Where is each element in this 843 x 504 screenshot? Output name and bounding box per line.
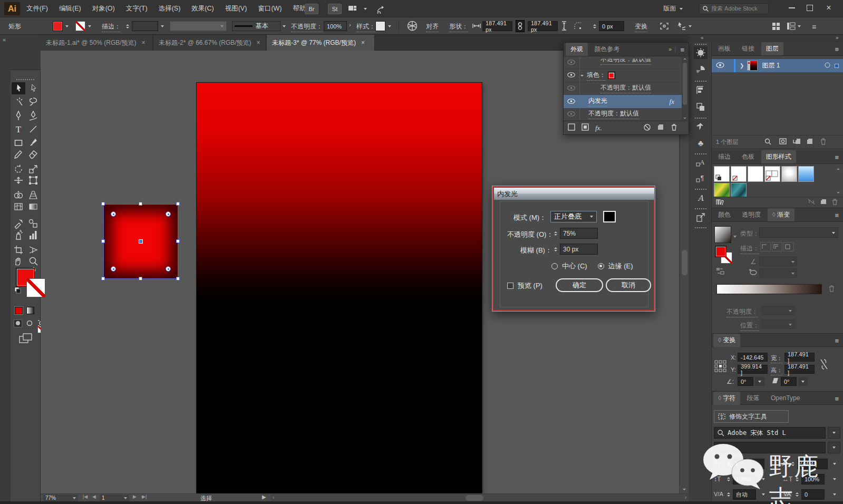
last-page-icon[interactable]: ▶|	[142, 494, 147, 499]
dialog-opacity-input[interactable]: 75%	[560, 228, 598, 239]
panel-icon-export[interactable]	[694, 211, 708, 224]
selection-handle[interactable]	[101, 239, 105, 243]
shear-angle-input[interactable]: 0°	[781, 377, 797, 386]
mode-dropdown[interactable]: 正片叠底	[550, 211, 597, 222]
fill-chevron[interactable]	[65, 25, 69, 27]
tab-layers[interactable]: 图层	[761, 42, 783, 55]
stroke-weight-input[interactable]	[132, 21, 158, 31]
tool-rectangle[interactable]	[12, 137, 25, 149]
blur-input[interactable]: 30 px	[560, 244, 598, 255]
tab-links[interactable]: 链接	[737, 42, 759, 55]
selection-handle[interactable]	[176, 277, 180, 280]
corner-radius-input[interactable]: 0 px	[599, 21, 624, 31]
menu-item-2[interactable]: 对象(O)	[92, 4, 115, 13]
default-swatches-icon[interactable]	[14, 287, 21, 294]
gradient-type-dropdown[interactable]	[759, 227, 838, 238]
tool-curvature[interactable]	[26, 110, 40, 122]
shape-height-input[interactable]: 187.491 px	[528, 21, 558, 31]
stroke-weight-chevron[interactable]	[161, 25, 164, 27]
opacity-expand[interactable]: ›	[349, 22, 351, 28]
artboard-number-dropdown[interactable]: 1	[100, 495, 129, 501]
glow-color-swatch[interactable]	[603, 211, 616, 222]
layer-expand-icon[interactable]: ❯	[740, 63, 744, 69]
app-logo[interactable]: Ai	[4, 2, 20, 15]
brush-definition-dropdown[interactable]: 基本	[232, 21, 280, 31]
layer-target-icon[interactable]	[825, 62, 830, 70]
menu-item-3[interactable]: 文字(T)	[126, 4, 148, 13]
minimize-button[interactable]	[789, 7, 795, 8]
rotate-angle-chevron[interactable]	[755, 377, 764, 386]
menu-item-7[interactable]: 窗口(W)	[258, 4, 282, 13]
layer-row[interactable]: ❯ 图层 1	[712, 59, 843, 72]
new-style-icon[interactable]	[820, 199, 827, 206]
preview-label[interactable]: 预览 (P)	[518, 281, 542, 290]
tab-stroke[interactable]: 描边	[713, 150, 735, 163]
panel-icon-brushes[interactable]: ♣	[694, 137, 708, 149]
share-icon[interactable]	[375, 4, 386, 15]
tab-transform[interactable]: ◊ 变换	[713, 334, 740, 347]
stroke-within-icon[interactable]	[760, 242, 771, 251]
graphic-style-6[interactable]	[798, 166, 814, 182]
appearance-row-fill-opacity[interactable]: 不透明度：默认值	[564, 82, 682, 95]
stroke-across-icon[interactable]	[783, 242, 794, 251]
close-button[interactable]: ×	[825, 3, 833, 13]
touch-type-tool-button[interactable]: T 修饰文字工具	[714, 410, 789, 423]
maximize-button[interactable]	[807, 5, 813, 11]
dock-collapse-icon[interactable]: «	[701, 35, 704, 41]
stop-position-dropdown[interactable]	[762, 319, 794, 329]
menu-item-1[interactable]: 编辑(E)	[59, 4, 81, 13]
appearance-row-inner-glow[interactable]: 内发光 fx	[564, 95, 682, 108]
tool-zoom[interactable]	[26, 255, 40, 267]
visibility-icon[interactable]	[567, 98, 575, 105]
tool-slice[interactable]	[26, 244, 40, 256]
corner-radius-widget[interactable]	[166, 266, 171, 272]
status-expand-icon[interactable]: ▶	[262, 494, 266, 500]
control-panel-menu-icon[interactable]: ≡	[812, 23, 816, 31]
panel-icon-color[interactable]	[694, 46, 708, 59]
make-clip-mask-icon[interactable]	[779, 138, 787, 146]
brush-chevron[interactable]	[283, 25, 286, 27]
tab-graphic-styles[interactable]: 图形样式	[761, 150, 796, 163]
tool-rotate[interactable]	[12, 163, 25, 175]
tool-blend[interactable]	[26, 217, 40, 229]
graphic-style-1[interactable]	[714, 166, 730, 182]
reference-point-icon[interactable]	[714, 360, 726, 374]
tab-opentype[interactable]: OpenType	[766, 392, 805, 405]
kerning-chevron[interactable]	[758, 489, 769, 500]
fill-color-chip[interactable]	[608, 72, 615, 79]
visibility-icon[interactable]	[567, 85, 575, 92]
layer-name[interactable]: 图层 1	[762, 61, 780, 70]
tool-width[interactable]	[12, 174, 25, 186]
graphic-style-5[interactable]	[781, 166, 797, 182]
styles-panel-menu-icon[interactable]: ≡	[835, 153, 839, 161]
tool-gradient[interactable]	[26, 200, 40, 212]
gradient-preview-swatch[interactable]	[714, 226, 731, 243]
tool-line-segment[interactable]	[26, 123, 40, 135]
tab-swatches[interactable]: 色板	[737, 150, 759, 163]
arrange-docs-icon[interactable]	[772, 22, 781, 32]
panel-icon-character-styles[interactable]: A	[694, 157, 708, 169]
zoom-level-dropdown[interactable]: 77%	[43, 495, 78, 501]
panel-icon-pathfinder[interactable]	[694, 101, 708, 113]
graphic-style-2[interactable]	[731, 166, 747, 182]
corner-radius-widget[interactable]	[166, 211, 171, 217]
graphic-style-3[interactable]	[748, 166, 763, 182]
transform-panel-menu-icon[interactable]: ≡	[835, 337, 839, 345]
appearance-menu-icon[interactable]: ≡	[680, 46, 684, 54]
toolbar-collapse-icon[interactable]: «	[3, 36, 6, 43]
corner-radius-widget[interactable]	[111, 266, 116, 272]
stock-button[interactable]: St	[328, 4, 342, 14]
tool-hand[interactable]	[12, 255, 25, 267]
tab-color[interactable]: 颜色	[713, 208, 735, 221]
tool-direct-selection[interactable]	[26, 82, 40, 94]
appearance-row-opacity-bottom[interactable]: 不透明度：默认值	[564, 108, 682, 121]
tool-free-transform[interactable]	[26, 174, 40, 186]
preview-checkbox[interactable]	[507, 283, 513, 289]
corner-stepper[interactable]	[592, 22, 597, 31]
tab-appearance[interactable]: 外观	[566, 43, 588, 56]
tool-perspective-grid[interactable]	[26, 189, 40, 201]
duplicate-item-icon[interactable]	[657, 124, 664, 132]
panel-icon-color-guide[interactable]	[694, 64, 708, 76]
fill-color-swatch[interactable]	[53, 21, 63, 31]
panel-icon-glyphs[interactable]: A	[694, 192, 708, 205]
